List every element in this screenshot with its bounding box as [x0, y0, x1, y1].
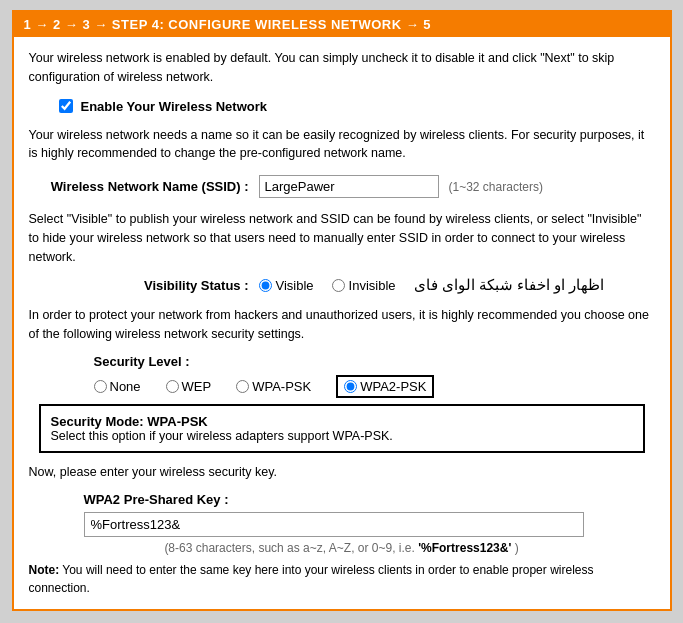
wpapsk-label: WPA-PSK	[252, 379, 311, 394]
key-hint-text: (8-63 characters, such as a~z, A~Z, or 0…	[164, 541, 414, 555]
security-level-row: Security Level : None WEP WPA-PSK	[29, 354, 655, 398]
intro-text: Your wireless network is enabled by defa…	[29, 49, 655, 87]
visibility-row: Visibility Status : Visible Invisible اظ…	[29, 276, 655, 294]
visibility-visible[interactable]: Visible	[259, 278, 314, 293]
enable-wireless-checkbox[interactable]	[59, 99, 73, 113]
key-format-hint: (8-63 characters, such as a~z, A~Z, or 0…	[29, 541, 655, 555]
security-wpa2psk[interactable]: WPA2-PSK	[336, 375, 434, 398]
none-radio[interactable]	[94, 380, 107, 393]
visibility-options: Visible Invisible اظهار او اخفاء شبکة ال…	[259, 276, 605, 294]
security-mode-title: Security Mode: WPA-PSK	[51, 414, 633, 429]
key-info: Now, please enter your wireless security…	[29, 463, 655, 482]
visibility-invisible[interactable]: Invisible	[332, 278, 396, 293]
visibility-info: Select "Visible" to publish your wireles…	[29, 210, 655, 266]
security-info: In order to protect your network from ha…	[29, 306, 655, 344]
wep-label: WEP	[182, 379, 212, 394]
note-content: You will need to enter the same key here…	[29, 563, 594, 595]
invisible-radio[interactable]	[332, 279, 345, 292]
security-mode-box: Security Mode: WPA-PSK Select this optio…	[39, 404, 645, 453]
breadcrumb: 1 → 2 → 3 → STEP 4: CONFIGURE WIRELESS N…	[24, 17, 432, 32]
key-hint2: )	[515, 541, 519, 555]
security-wep[interactable]: WEP	[166, 379, 212, 394]
security-options: None WEP WPA-PSK WPA2-PSK	[39, 375, 655, 398]
invisible-label: Invisible	[349, 278, 396, 293]
wpa2psk-radio[interactable]	[344, 380, 357, 393]
ssid-input[interactable]	[259, 175, 439, 198]
wizard-header: 1 → 2 → 3 → STEP 4: CONFIGURE WIRELESS N…	[14, 12, 670, 37]
ssid-row: Wireless Network Name (SSID) : (1~32 cha…	[29, 175, 655, 198]
note-text: Note: You will need to enter the same ke…	[29, 561, 655, 597]
arabic-visibility-text: اظهار او اخفاء شبکة الواى فاى	[414, 276, 605, 294]
enable-wireless-label: Enable Your Wireless Network	[81, 99, 268, 114]
wep-radio[interactable]	[166, 380, 179, 393]
wpa2-key-input[interactable]	[84, 512, 584, 537]
none-label: None	[110, 379, 141, 394]
security-mode-desc: Select this option if your wireless adap…	[51, 429, 633, 443]
ssid-label: Wireless Network Name (SSID) :	[39, 179, 259, 194]
security-wpapsk[interactable]: WPA-PSK	[236, 379, 311, 394]
ssid-hint: (1~32 characters)	[449, 180, 543, 194]
network-name-info: Your wireless network needs a name so it…	[29, 126, 655, 164]
visibility-label: Visibility Status :	[39, 278, 259, 293]
enable-row: Enable Your Wireless Network	[29, 99, 655, 114]
wpapsk-radio[interactable]	[236, 380, 249, 393]
visible-radio[interactable]	[259, 279, 272, 292]
key-example: '%Fortress123&'	[418, 541, 511, 555]
note-label: Note:	[29, 563, 60, 577]
visible-label: Visible	[276, 278, 314, 293]
security-level-label: Security Level :	[39, 354, 655, 369]
security-none[interactable]: None	[94, 379, 141, 394]
wpa2psk-label: WPA2-PSK	[360, 379, 426, 394]
wpa2-key-label: WPA2 Pre-Shared Key :	[29, 492, 655, 507]
